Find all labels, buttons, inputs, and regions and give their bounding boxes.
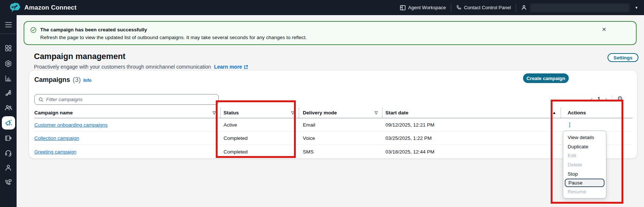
- cell-start-date: 09/12/2025, 12:21 PM: [382, 118, 561, 131]
- menu-item-pause[interactable]: Pause: [565, 179, 605, 187]
- user-icon: [521, 4, 527, 11]
- page-subtitle: Proactively engage with your customers t…: [34, 64, 248, 70]
- info-link[interactable]: Info: [83, 78, 91, 83]
- menu-item-duplicate[interactable]: Duplicate: [563, 142, 606, 151]
- left-sidebar: [0, 15, 17, 207]
- top-bar: Amazon Connect Agent Workspace Contact C…: [0, 0, 644, 15]
- gear-icon[interactable]: ⚙: [617, 95, 623, 103]
- cell-actions: [561, 118, 633, 131]
- column-label: Campaign name: [34, 110, 73, 115]
- phone-chat-icon[interactable]: [0, 175, 17, 190]
- amazon-connect-logo-icon: [7, 2, 21, 13]
- column-header-campaign-name[interactable]: Campaign name ▽: [34, 107, 221, 118]
- table-row: Greeting campaign Completed SMS 03/18/20…: [34, 145, 633, 158]
- column-header-status[interactable]: Status ▽: [221, 107, 299, 118]
- filter-funnel-icon[interactable]: ▽: [375, 110, 378, 115]
- brand-name: Amazon Connect: [24, 4, 77, 11]
- cell-delivery-mode: Email: [299, 118, 382, 131]
- cell-start-date: 03/25/2025, 1:22 PM: [382, 132, 561, 145]
- contact-control-panel-link[interactable]: Contact Control Panel: [456, 5, 511, 10]
- campaign-link[interactable]: Customer onboarding campaigns: [34, 122, 108, 128]
- create-campaign-button[interactable]: Create campaign: [523, 73, 569, 83]
- hexagon-metrics-icon[interactable]: [0, 56, 17, 71]
- table-row: Customer onboarding campaigns Active Ema…: [34, 118, 633, 132]
- success-check-icon: [30, 27, 37, 41]
- close-icon[interactable]: ✕: [602, 26, 606, 33]
- bar-chart-icon[interactable]: [0, 71, 17, 86]
- pagination-divider: [612, 95, 612, 103]
- column-header-actions: Actions: [561, 107, 633, 118]
- banner-message: Refresh the page to view the updated lis…: [40, 34, 307, 42]
- column-label: Actions: [568, 110, 586, 115]
- topnav-divider: [516, 4, 516, 12]
- agent-workspace-link[interactable]: Agent Workspace: [400, 5, 446, 11]
- page-subtitle-text: Proactively engage with your customers t…: [34, 64, 211, 70]
- users-icon[interactable]: [0, 100, 17, 115]
- agent-workspace-label: Agent Workspace: [408, 5, 446, 10]
- learn-more-label: Learn more: [214, 64, 242, 70]
- filter-funnel-icon[interactable]: ▽: [213, 110, 216, 115]
- banner-title: The campaign has been created successful…: [40, 26, 307, 34]
- banner-text: The campaign has been created successful…: [40, 26, 307, 41]
- column-header-delivery-mode[interactable]: Delivery mode ▽: [299, 107, 382, 118]
- column-header-start-date[interactable]: Start date ▲: [382, 107, 561, 118]
- page-title: Campaign management: [34, 52, 125, 61]
- cell-start-date: 03/18/2025, 12:44 PM: [382, 145, 561, 158]
- menu-item-delete: Delete: [563, 160, 606, 169]
- filter-funnel-icon[interactable]: ▽: [291, 110, 294, 115]
- settings-button[interactable]: Settings: [607, 53, 638, 62]
- contact-control-panel-label: Contact Control Panel: [464, 5, 511, 10]
- filter-campaigns-box: [34, 94, 219, 105]
- chevron-down-icon[interactable]: ▼: [635, 6, 638, 10]
- cell-delivery-mode: SMS: [299, 145, 382, 158]
- phone-icon: [456, 5, 461, 10]
- cell-status: Completed: [221, 145, 299, 158]
- current-page[interactable]: 1: [598, 96, 600, 101]
- user-menu[interactable]: ▼: [521, 3, 638, 13]
- menu-icon[interactable]: [0, 17, 17, 32]
- campaigns-megaphone-icon-selected[interactable]: [2, 116, 15, 130]
- cell-campaign-name: Collection campaign: [34, 132, 221, 145]
- menu-item-stop[interactable]: Stop: [563, 169, 606, 179]
- previous-page-icon[interactable]: ‹: [591, 96, 593, 102]
- amazon-connect-app: Amazon Connect Agent Workspace Contact C…: [0, 0, 644, 207]
- cell-status: Active: [221, 118, 299, 131]
- campaigns-count: (3): [73, 76, 81, 84]
- campaigns-heading: Campaigns: [34, 76, 70, 84]
- top-nav: Agent Workspace Contact Control Panel ▼: [400, 3, 638, 13]
- column-label: Status: [224, 110, 239, 115]
- actions-dropdown-menu: View details Duplicate Edit Delete Stop …: [563, 131, 606, 199]
- directory-star-icon[interactable]: [0, 131, 17, 145]
- kebab-menu-icon[interactable]: [568, 121, 572, 129]
- person-icon[interactable]: [0, 160, 17, 175]
- flow-branch-icon[interactable]: [0, 86, 17, 100]
- headset-icon[interactable]: [0, 145, 17, 160]
- success-banner: The campaign has been created successful…: [24, 21, 637, 45]
- next-page-icon[interactable]: ›: [605, 96, 607, 102]
- cell-delivery-mode: Voice: [299, 132, 382, 145]
- filter-campaigns-input[interactable]: [46, 97, 215, 102]
- card-header: Campaigns (3) Info: [34, 76, 91, 84]
- topnav-divider: [451, 4, 451, 12]
- sidebar-divider: [0, 34, 17, 34]
- menu-item-edit: Edit: [563, 151, 606, 160]
- campaign-link[interactable]: Collection campaign: [34, 135, 79, 141]
- learn-more-link[interactable]: Learn more: [214, 64, 248, 70]
- sort-ascending-icon[interactable]: ▲: [552, 110, 556, 115]
- menu-item-view-details[interactable]: View details: [563, 133, 606, 142]
- table-header: Campaign name ▽ Status ▽ Delivery mode ▽…: [34, 107, 633, 118]
- campaign-link[interactable]: Greeting campaign: [34, 149, 76, 155]
- campaigns-card: Campaigns (3) Info Create campaign ‹ 1 ›…: [29, 70, 637, 159]
- external-link-icon: [243, 65, 248, 69]
- cell-campaign-name: Customer onboarding campaigns: [34, 118, 221, 131]
- cell-status: Completed: [221, 132, 299, 145]
- brand[interactable]: Amazon Connect: [7, 2, 77, 13]
- column-label: Start date: [385, 110, 408, 115]
- workspace-panel-icon: [400, 5, 406, 11]
- search-icon: [38, 97, 44, 102]
- apps-grid-icon[interactable]: [0, 41, 17, 55]
- cell-campaign-name: Greeting campaign: [34, 145, 221, 158]
- menu-item-resume: Resume: [563, 187, 606, 196]
- pagination: ‹ 1 › ⚙: [591, 95, 623, 103]
- table-row: Collection campaign Completed Voice 03/2…: [34, 132, 633, 145]
